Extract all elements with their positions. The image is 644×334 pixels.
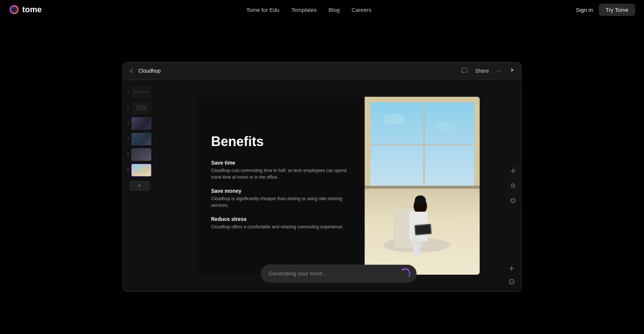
- nav-link-templates[interactable]: Templates: [291, 7, 316, 13]
- target-button[interactable]: [508, 181, 518, 191]
- presentation-title: Cloudhop: [138, 68, 161, 74]
- play-icon: [509, 67, 515, 73]
- slide-item-6[interactable]: 6: [125, 164, 154, 176]
- benefit-title-2: Save money: [211, 188, 351, 194]
- svg-rect-20: [365, 186, 480, 189]
- slide-item-3[interactable]: 3: [125, 117, 154, 130]
- svg-point-18: [437, 122, 456, 131]
- sign-in-button[interactable]: Sign in: [576, 7, 593, 13]
- generating-bar: Generating your tome...: [261, 265, 417, 282]
- back-button[interactable]: [129, 68, 135, 74]
- palette-icon: [510, 198, 516, 203]
- benefit-desc-1: Cloudhop cuts commuting time in half, so…: [211, 167, 351, 181]
- palette-button[interactable]: [508, 195, 518, 206]
- svg-point-26: [512, 199, 513, 200]
- slide-item-5[interactable]: 5: [125, 148, 154, 161]
- more-icon: ···: [496, 67, 502, 75]
- content-area: 1 Introducing Cloudhop 2: [123, 80, 521, 291]
- add-bottom-button[interactable]: [506, 263, 517, 274]
- svg-rect-5: [367, 97, 478, 102]
- svg-rect-1: [462, 68, 467, 72]
- logo[interactable]: tome: [9, 4, 42, 15]
- svg-text:?: ?: [510, 280, 512, 284]
- svg-point-25: [511, 198, 515, 202]
- svg-rect-7: [474, 97, 480, 193]
- slide-thumbnail-4[interactable]: [131, 133, 151, 145]
- svg-point-27: [514, 199, 515, 200]
- target-icon: [510, 183, 516, 188]
- play-button[interactable]: [509, 67, 515, 75]
- slide-thumbnail-5[interactable]: [131, 148, 151, 161]
- navbar: tome Tome for Edu Templates Blog Careers…: [0, 0, 644, 19]
- generating-text: Generating your tome...: [269, 270, 395, 277]
- svg-rect-2: [368, 99, 476, 188]
- main-area: Cloudhop Share ···: [0, 0, 644, 334]
- svg-rect-16: [415, 225, 431, 234]
- svg-point-17: [383, 113, 405, 125]
- svg-point-28: [513, 201, 513, 202]
- add-slide-button[interactable]: +: [129, 181, 150, 191]
- help-button[interactable]: ?: [506, 277, 517, 287]
- benefit-item-3: Reduce stress Cloudhop offers a comforta…: [211, 216, 351, 230]
- logo-text: tome: [22, 5, 42, 14]
- slide-panel: 1 Introducing Cloudhop 2: [123, 80, 156, 291]
- slide-text-section: Benefits Save time Cloudhop cuts commuti…: [198, 97, 365, 275]
- slide-item-2[interactable]: 2: [125, 102, 154, 114]
- scene-svg: [365, 97, 480, 275]
- toolbar-left: Cloudhop: [129, 68, 161, 74]
- slide-image-canvas: [365, 97, 480, 275]
- slide-thumbnail-2[interactable]: [131, 102, 151, 114]
- benefit-title-3: Reduce stress: [211, 216, 351, 222]
- nav-links: Tome for Edu Templates Blog Careers: [246, 7, 371, 13]
- slide-item-1[interactable]: 1 Introducing Cloudhop: [125, 86, 154, 99]
- slide-thumbnail-6[interactable]: [131, 164, 151, 176]
- nav-link-careers[interactable]: Careers: [352, 7, 371, 13]
- slide-thumbnail-1[interactable]: Introducing Cloudhop: [131, 86, 151, 99]
- slide-number-2: 2: [125, 106, 129, 110]
- slide-heading: Benefits: [211, 134, 351, 149]
- plus-bottom-icon: [509, 265, 515, 271]
- presentation-window: Cloudhop Share ···: [122, 62, 522, 292]
- slide-number-6: 6: [125, 168, 129, 172]
- generating-spinner: [400, 268, 410, 279]
- slide-thumbnail-3[interactable]: [131, 117, 151, 130]
- slide-number-3: 3: [125, 121, 129, 125]
- slide-item-4[interactable]: 4: [125, 133, 154, 145]
- try-tome-button[interactable]: Try Tome: [599, 4, 635, 16]
- slide-number-4: 4: [125, 137, 129, 141]
- slide-number-5: 5: [125, 152, 129, 156]
- help-icon: ?: [509, 279, 515, 285]
- plus-icon: [510, 168, 516, 173]
- add-element-button[interactable]: [508, 166, 518, 176]
- right-controls: [505, 163, 521, 209]
- toolbar: Cloudhop Share ···: [123, 62, 521, 80]
- svg-point-24: [513, 185, 514, 186]
- slide-image-section: [365, 97, 480, 275]
- benefit-desc-2: Cloudhop is significantly cheaper than d…: [211, 195, 351, 209]
- slide-main: Benefits Save time Cloudhop cuts commuti…: [156, 80, 521, 291]
- slide-content-area: Benefits Save time Cloudhop cuts commuti…: [198, 97, 480, 275]
- svg-rect-6: [365, 97, 370, 193]
- tome-logo-icon: [9, 4, 19, 15]
- nav-actions: Sign in Try Tome: [576, 4, 635, 16]
- benefit-title-1: Save time: [211, 160, 351, 166]
- comment-icon: [461, 67, 468, 74]
- svg-point-12: [415, 195, 426, 206]
- slide-number-1: 1: [125, 90, 129, 94]
- nav-link-tome-for-edu[interactable]: Tome for Edu: [246, 7, 279, 13]
- benefit-desc-3: Cloudhop offers a comfortable and relaxi…: [211, 224, 351, 230]
- bottom-controls: ?: [506, 263, 517, 287]
- svg-rect-14: [413, 238, 420, 256]
- comment-button[interactable]: [460, 66, 469, 76]
- benefit-item-1: Save time Cloudhop cuts commuting time i…: [211, 160, 351, 181]
- toolbar-right: Share ···: [460, 66, 515, 76]
- nav-link-blog[interactable]: Blog: [329, 7, 340, 13]
- back-icon: [129, 68, 135, 74]
- benefit-item-2: Save money Cloudhop is significantly che…: [211, 188, 351, 209]
- share-button[interactable]: Share: [475, 68, 489, 74]
- more-button[interactable]: ···: [495, 66, 503, 76]
